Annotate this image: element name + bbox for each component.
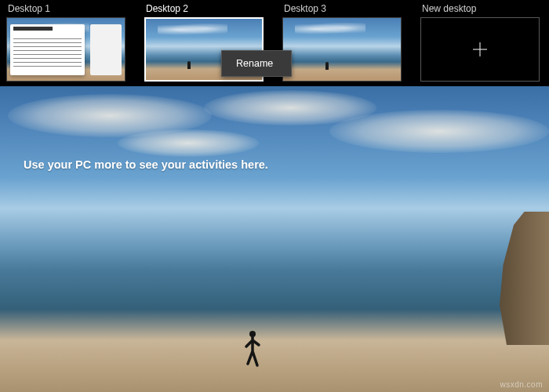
- window-preview-sidebar: [90, 24, 122, 75]
- activity-timeline-area: Use your PC more to see your activities …: [0, 86, 549, 392]
- watermark-text: wsxdn.com: [500, 380, 543, 389]
- wallpaper-rock: [478, 212, 549, 345]
- desktop-label: Desktop 1: [6, 3, 50, 14]
- new-desktop-item[interactable]: New desktop: [420, 3, 540, 82]
- plus-icon: [471, 41, 489, 58]
- desktop-item-1[interactable]: Desktop 1: [6, 3, 125, 82]
- desktop-thumbnail[interactable]: [282, 17, 402, 82]
- rename-menu-item[interactable]: Rename: [222, 51, 291, 76]
- new-desktop-label: New desktop: [420, 3, 476, 14]
- activity-empty-message: Use your PC more to see your activities …: [24, 158, 268, 171]
- desktop-label: Desktop 2: [144, 3, 188, 14]
- desktop-thumbnail[interactable]: [6, 17, 125, 82]
- desktop-item-3[interactable]: Desktop 3: [282, 3, 402, 82]
- wallpaper-clouds: [0, 86, 549, 224]
- desktop-label: Desktop 3: [282, 3, 326, 14]
- new-desktop-button[interactable]: [420, 17, 540, 82]
- window-preview: [10, 24, 85, 75]
- desktop-context-menu: Rename: [221, 50, 292, 77]
- wallpaper-runner: [243, 329, 259, 368]
